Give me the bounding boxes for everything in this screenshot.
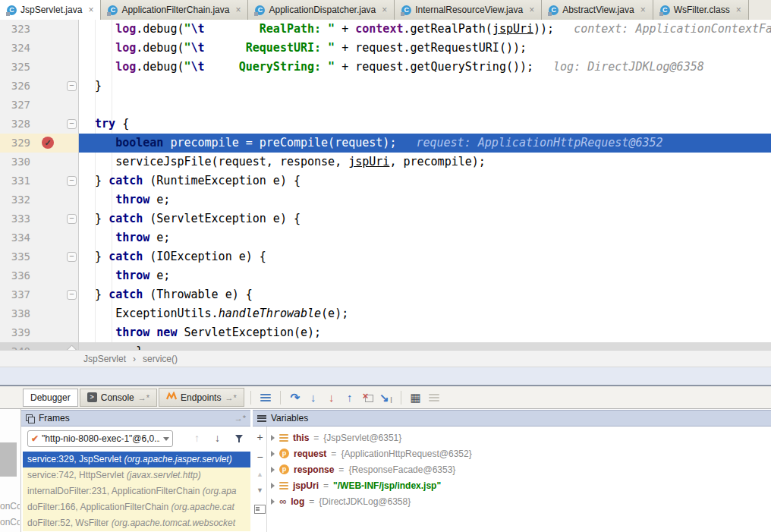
close-icon[interactable]: × — [235, 5, 241, 15]
code-editor[interactable]: 323 log.debug("\t RealPath: " + context.… — [0, 20, 771, 350]
code-text[interactable]: throw e; — [79, 228, 771, 247]
stack-frame-row[interactable]: internalDoFilter:231, ApplicationFilterC… — [23, 483, 250, 499]
close-icon[interactable]: × — [736, 5, 741, 15]
code-text[interactable]: throw new ServletException(e); — [79, 323, 771, 342]
debug-tab-debugger[interactable]: Debugger — [23, 389, 78, 407]
fold-marker-icon[interactable]: − — [67, 176, 77, 186]
code-line[interactable]: 335− } catch (IOException e) { — [0, 247, 771, 266]
step-over-icon[interactable]: ↷ — [287, 389, 304, 406]
code-line[interactable]: 325 log.debug("\t QueryString: " + reque… — [0, 58, 771, 77]
remove-watch-icon[interactable]: − — [254, 451, 266, 463]
step-into-icon[interactable]: ↓ — [305, 389, 322, 406]
code-text[interactable]: throw e; — [79, 190, 771, 209]
code-text[interactable]: } — [79, 77, 771, 96]
code-text[interactable]: boolean precompile = preCompile(request)… — [79, 134, 771, 153]
fold-marker-icon[interactable]: − — [67, 290, 77, 300]
line-number: 333 — [0, 209, 30, 228]
stack-frame-row[interactable]: service:742, HttpServlet (javax.servlet.… — [23, 467, 250, 483]
add-watch-icon[interactable]: + — [254, 431, 266, 443]
editor-tab[interactable]: CAbstractView.java× — [542, 0, 653, 20]
code-text[interactable]: try { — [79, 115, 771, 134]
fold-marker-icon[interactable]: − — [67, 81, 77, 91]
code-line[interactable]: 323 log.debug("\t RealPath: " + context.… — [0, 20, 771, 39]
close-icon[interactable]: × — [382, 5, 387, 15]
close-icon[interactable]: × — [88, 5, 93, 15]
frame-down-icon[interactable]: ↓ — [215, 432, 220, 444]
code-text[interactable]: ExceptionUtils.handleThrowable(e); — [79, 304, 771, 323]
code-line[interactable]: 324 log.debug("\t RequestURI: " + reques… — [0, 39, 771, 58]
force-step-into-icon[interactable]: ↓ — [323, 389, 340, 406]
stack-frame-row[interactable]: doFilter:52, WsFilter (org.apache.tomcat… — [23, 515, 250, 531]
run-to-cursor-icon[interactable]: ↘I — [378, 389, 395, 406]
code-line[interactable]: 332 throw e; — [0, 190, 771, 209]
float-window-icon[interactable]: →* — [225, 393, 236, 402]
code-text[interactable] — [79, 96, 771, 115]
code-line[interactable]: 331− } catch (RuntimeException e) { — [0, 172, 771, 190]
code-text[interactable]: throw e; — [79, 266, 771, 285]
close-icon[interactable]: × — [640, 5, 646, 15]
editor-tab[interactable]: CWsFilter.class× — [653, 0, 749, 20]
variable-row[interactable]: this = {JspServlet@6351} — [268, 430, 771, 445]
variable-row[interactable]: ∞log = {DirectJDKLog@6358} — [268, 493, 771, 509]
code-line[interactable]: 339 throw new ServletException(e); — [0, 323, 771, 342]
move-up-icon[interactable]: ▲ — [254, 471, 266, 478]
variable-row[interactable]: prequest = {ApplicationHttpRequest@6352} — [268, 445, 771, 461]
code-text[interactable]: } catch (ServletException e) { — [79, 209, 771, 228]
editor-tab[interactable]: CApplicationDispatcher.java× — [248, 0, 395, 20]
code-text[interactable]: } catch (IOException e) { — [79, 247, 771, 266]
code-line[interactable]: 330 serviceJspFile(request, response, js… — [0, 153, 771, 172]
code-text[interactable]: log.debug("\t QueryString: " + request.g… — [79, 58, 771, 77]
variable-row[interactable]: presponse = {ResponseFacade@6353} — [268, 461, 771, 477]
copy-icon[interactable] — [254, 505, 266, 514]
debug-tab-endpoints[interactable]: Endpoints→* — [159, 388, 244, 407]
code-text[interactable]: } — [79, 342, 771, 350]
float-window-icon[interactable]: →* — [234, 414, 246, 423]
fold-marker-icon[interactable]: − — [67, 214, 77, 224]
code-line[interactable]: 340· } — [0, 342, 771, 350]
editor-tab[interactable]: CInternalResourceView.java× — [395, 0, 542, 20]
editor-tab[interactable]: CApplicationFilterChain.java× — [101, 0, 248, 20]
expand-chevron-icon[interactable] — [271, 467, 275, 473]
drop-frame-icon[interactable]: × — [360, 389, 376, 406]
variable-row[interactable]: jspUri = "/WEB-INF/jsp/index.jsp" — [268, 477, 771, 493]
code-text[interactable]: log.debug("\t RealPath: " + context.getR… — [79, 20, 771, 39]
breakpoint-icon[interactable]: ✓ — [42, 137, 54, 149]
code-line[interactable]: 328− try { — [0, 115, 771, 134]
code-text[interactable]: log.debug("\t RequestURI: " + request.ge… — [79, 39, 771, 58]
code-line[interactable]: 334 throw e; — [0, 228, 771, 247]
code-token: .getRealPath( — [403, 22, 492, 36]
code-line[interactable]: 329✓ boolean precompile = preCompile(req… — [0, 134, 771, 153]
code-line[interactable]: 336 throw e; — [0, 266, 771, 285]
expand-chevron-icon[interactable] — [271, 499, 275, 505]
close-icon[interactable]: × — [529, 5, 534, 15]
code-line[interactable]: 337− } catch (Throwable e) { — [0, 285, 771, 304]
move-down-icon[interactable]: ▼ — [254, 486, 266, 494]
expand-chevron-icon[interactable] — [271, 435, 275, 441]
fold-marker-icon[interactable]: − — [67, 252, 77, 262]
code-line[interactable]: 333− } catch (ServletException e) { — [0, 209, 771, 228]
stack-frame-row[interactable]: service:329, JspServlet (org.apache.jasp… — [23, 452, 250, 467]
stack-frame-row[interactable]: doFilter:166, ApplicationFilterChain (or… — [23, 499, 250, 515]
breadcrumb-class[interactable]: JspServlet — [83, 354, 126, 364]
variables-menu-icon[interactable] — [257, 415, 266, 422]
code-text[interactable]: } catch (RuntimeException e) { — [79, 172, 771, 190]
step-out-icon[interactable]: ↑ — [341, 389, 358, 406]
float-window-icon[interactable]: →* — [138, 393, 149, 402]
code-line[interactable]: 326− } — [0, 77, 771, 96]
breadcrumb-method[interactable]: service() — [143, 354, 178, 364]
filter-icon[interactable] — [234, 433, 244, 445]
fold-marker-icon[interactable]: · — [65, 345, 78, 350]
debug-tab-console[interactable]: >Console→* — [80, 389, 157, 407]
fold-marker-icon[interactable]: − — [67, 119, 77, 129]
thread-selector-dropdown[interactable]: ✔ "http-nio-8080-exec-1"@6,0... — [27, 430, 173, 447]
menu-icon[interactable] — [257, 389, 274, 406]
expand-chevron-icon[interactable] — [271, 483, 275, 489]
code-line[interactable]: 338 ExceptionUtils.handleThrowable(e); — [0, 304, 771, 323]
expand-chevron-icon[interactable] — [271, 451, 275, 457]
editor-tab[interactable]: CJspServlet.java× — [0, 0, 101, 20]
code-text[interactable]: serviceJspFile(request, response, jspUri… — [79, 153, 771, 172]
evaluate-expression-icon[interactable]: ▦ — [408, 389, 424, 406]
code-text[interactable]: } catch (Throwable e) { — [79, 285, 771, 304]
code-line[interactable]: 327 — [0, 96, 771, 115]
frame-up-icon[interactable]: ↑ — [194, 432, 200, 444]
